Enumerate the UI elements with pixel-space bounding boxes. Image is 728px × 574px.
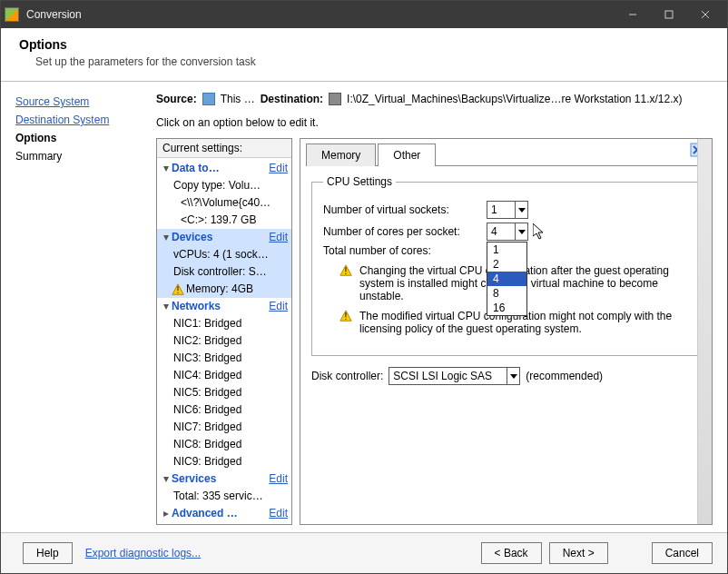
tab-memory[interactable]: Memory xyxy=(306,144,376,166)
svg-marker-16 xyxy=(510,374,517,379)
wizard-nav: Source System Destination System Options… xyxy=(10,87,151,530)
tree-data-to[interactable]: ▾Data to…Edit xyxy=(157,160,291,177)
window-title: Conversion xyxy=(26,8,615,21)
tree-nic8[interactable]: NIC8: Bridged xyxy=(157,436,291,453)
conversion-window: Conversion Options Set up the parameters… xyxy=(0,0,728,574)
cores-option-4[interactable]: 4 xyxy=(487,272,526,286)
svg-text:!: ! xyxy=(177,283,180,294)
destination-value: I:\0Z_Virtual_Machines\Backups\Virtualiz… xyxy=(347,93,683,105)
tree-vcpus[interactable]: vCPUs: 4 (1 sock… xyxy=(157,246,291,263)
nav-summary: Summary xyxy=(15,147,145,165)
disk-controller-recommended: (recommended) xyxy=(526,370,603,382)
svg-text:!: ! xyxy=(345,265,348,276)
warning-icon: ! xyxy=(339,310,352,322)
cancel-button[interactable]: Cancel xyxy=(652,542,713,564)
svg-text:!: ! xyxy=(345,311,348,322)
tree-volume-2[interactable]: <C:>: 139.7 GB xyxy=(157,212,291,229)
tree-nic6[interactable]: NIC6: Bridged xyxy=(157,401,291,419)
panel-body: CPU Settings Number of virtual sockets: … xyxy=(300,166,712,524)
minimize-button[interactable] xyxy=(615,1,651,28)
disk-controller-row: Disk controller: SCSI LSI Logic SAS (rec… xyxy=(311,367,701,385)
sockets-select[interactable]: 1 xyxy=(487,201,528,219)
next-button[interactable]: Next > xyxy=(549,542,608,564)
chevron-down-icon xyxy=(515,223,527,240)
cores-option-16[interactable]: 16 xyxy=(487,301,526,315)
page-title: Options xyxy=(19,37,709,52)
tree-header: Current settings: xyxy=(157,139,291,158)
svg-rect-1 xyxy=(665,11,673,18)
edit-services[interactable]: Edit xyxy=(269,471,288,487)
warning-icon: ! xyxy=(339,264,352,277)
tree-total-services[interactable]: Total: 335 servic… xyxy=(157,488,291,505)
tab-bar: Memory Other xyxy=(306,143,706,166)
chevron-down-icon xyxy=(515,202,527,218)
source-host-icon xyxy=(202,93,215,105)
chevron-down-icon xyxy=(507,368,519,384)
cores-option-2[interactable]: 2 xyxy=(487,257,526,272)
destination-disk-icon xyxy=(329,93,341,105)
edit-networks[interactable]: Edit xyxy=(269,299,288,314)
source-dest-row: Source: This … Destination: I:\0Z_Virtua… xyxy=(156,93,713,105)
tree-nic7[interactable]: NIC7: Bridged xyxy=(157,419,291,436)
nav-destination-system[interactable]: Destination System xyxy=(15,111,145,129)
cursor-icon xyxy=(533,223,547,242)
page-subtitle: Set up the parameters for the conversion… xyxy=(35,55,709,68)
tree-volume-1[interactable]: <\\?\Volume{c40… xyxy=(157,194,291,212)
tree-devices[interactable]: ▾DevicesEdit xyxy=(157,229,291,246)
detail-panel: Memory Other CPU Settings Number of virt… xyxy=(300,138,713,525)
svg-marker-10 xyxy=(518,230,526,234)
tree-memory[interactable]: !Memory: 4GB xyxy=(157,281,291,298)
cores-label: Number of cores per socket: xyxy=(323,225,487,238)
close-button[interactable] xyxy=(687,1,723,28)
maximize-button[interactable] xyxy=(651,1,687,28)
page-header: Options Set up the parameters for the co… xyxy=(1,28,727,82)
footer: Help Export diagnostic logs... < Back Ne… xyxy=(1,532,727,573)
titlebar[interactable]: Conversion xyxy=(1,1,727,28)
warning-icon: ! xyxy=(172,283,184,296)
tree-nic4[interactable]: NIC4: Bridged xyxy=(157,367,291,384)
main-area: Source System Destination System Options… xyxy=(1,82,727,532)
back-button[interactable]: < Back xyxy=(481,542,542,564)
content-area: Source: This … Destination: I:\0Z_Virtua… xyxy=(151,87,718,530)
export-diagnostic-link[interactable]: Export diagnostic logs... xyxy=(85,547,201,559)
cpu-settings-group: CPU Settings Number of virtual sockets: … xyxy=(311,175,701,356)
total-cores-label: Total number of cores: xyxy=(323,244,487,257)
tree-copy-type[interactable]: Copy type: Volu… xyxy=(157,177,291,194)
cores-dropdown[interactable]: 1 2 4 8 16 xyxy=(487,242,527,316)
edit-devices[interactable]: Edit xyxy=(269,230,288,245)
edit-advanced[interactable]: Edit xyxy=(269,506,288,521)
tree-nic2[interactable]: NIC2: Bridged xyxy=(157,332,291,350)
edit-data-to[interactable]: Edit xyxy=(269,161,288,176)
destination-label: Destination: xyxy=(261,93,323,105)
cores-option-1[interactable]: 1 xyxy=(487,242,526,257)
source-label: Source: xyxy=(156,93,197,105)
options-split: Current settings: ▾Data to…Edit Copy typ… xyxy=(156,138,713,525)
nav-options: Options xyxy=(15,129,145,147)
tree-networks[interactable]: ▾NetworksEdit xyxy=(157,298,291,315)
tree-body[interactable]: ▾Data to…Edit Copy type: Volu… <\\?\Volu… xyxy=(157,158,291,524)
source-value: This … xyxy=(221,93,255,105)
tree-nic1[interactable]: NIC1: Bridged xyxy=(157,315,291,332)
cores-option-8[interactable]: 8 xyxy=(487,286,526,301)
cpu-legend: CPU Settings xyxy=(323,175,396,188)
svg-marker-11 xyxy=(533,223,543,239)
tree-nic3[interactable]: NIC3: Bridged xyxy=(157,350,291,367)
app-icon xyxy=(5,7,19,22)
help-button[interactable]: Help xyxy=(23,542,73,564)
svg-marker-9 xyxy=(518,208,526,213)
tree-diskctrl[interactable]: Disk controller: S… xyxy=(157,263,291,281)
nav-source-system[interactable]: Source System xyxy=(15,93,145,111)
disk-controller-label: Disk controller: xyxy=(311,370,383,382)
cores-select[interactable]: 4 xyxy=(487,223,528,241)
settings-tree: Current settings: ▾Data to…Edit Copy typ… xyxy=(156,138,292,525)
disk-controller-select[interactable]: SCSI LSI Logic SAS xyxy=(389,367,520,385)
tree-services[interactable]: ▾ServicesEdit xyxy=(157,470,291,488)
tab-other[interactable]: Other xyxy=(378,144,436,166)
tree-nic9[interactable]: NIC9: Bridged xyxy=(157,453,291,470)
edit-hint: Click on an option below to edit it. xyxy=(156,116,713,129)
sockets-label: Number of virtual sockets: xyxy=(323,203,487,216)
tree-advanced[interactable]: ▸Advanced …Edit xyxy=(157,505,291,522)
tree-nic5[interactable]: NIC5: Bridged xyxy=(157,384,291,401)
scrollbar[interactable] xyxy=(697,139,712,524)
